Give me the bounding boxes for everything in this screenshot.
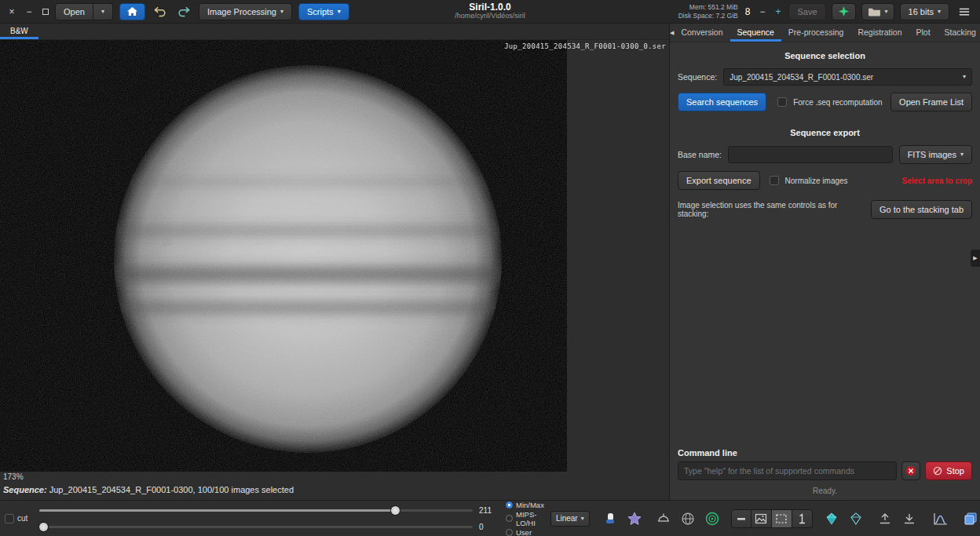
disk-space-label: Disk Space: 7.2 GiB (678, 12, 738, 20)
image-processing-label: Image Processing (207, 7, 276, 16)
scripts-button[interactable]: Scripts▾ (298, 3, 349, 20)
single-frame-button[interactable] (792, 509, 813, 528)
tab-conversion[interactable]: Conversion (674, 24, 730, 42)
image-canvas-area[interactable]: Jup_200415_204534_R_F0001-0300_0.ser (0, 40, 669, 472)
command-line-title: Command line (678, 448, 972, 458)
change-directory-button[interactable]: ▾ (861, 3, 894, 20)
pan-hand-icon[interactable] (602, 511, 618, 527)
spin-plus-button[interactable]: + (773, 6, 783, 17)
high-level-slider[interactable] (39, 505, 473, 516)
tab-stacking[interactable]: Stacking (938, 24, 980, 42)
one-icon (794, 511, 810, 527)
image-canvas[interactable] (0, 40, 567, 472)
undo-button[interactable] (152, 3, 169, 20)
window-title-block: Siril-1.0.0 /home/cyril/Vidéos/siril (455, 2, 525, 20)
radio-minmax-label: Min/Max (516, 501, 544, 509)
import-down-icon[interactable] (901, 511, 917, 527)
force-seq-label: Force .seq recomputation (793, 98, 882, 107)
menu-button[interactable] (955, 3, 974, 20)
channel-tab-bw[interactable]: B&W (0, 24, 38, 39)
panel-expander-handle[interactable]: ▶ (971, 250, 980, 267)
export-sequence-label: Export sequence (686, 176, 751, 185)
gem-icon[interactable] (824, 511, 839, 527)
sequence-combobox[interactable]: Jup_200415_204534_R_F0001-0300.ser ▾ (723, 68, 972, 86)
search-sequences-button[interactable]: Search sequences (678, 93, 766, 111)
export-format-dropdown[interactable]: FITS images▾ (899, 145, 972, 164)
home-button[interactable] (119, 3, 145, 20)
tab-registration[interactable]: Registration (850, 24, 909, 42)
sequence-combobox-value: Jup_200415_204534_R_F0001-0300.ser (730, 73, 873, 82)
bit-depth-dropdown[interactable]: 16 bits▾ (900, 3, 949, 20)
export-format-value: FITS images (908, 150, 956, 159)
chevron-down-icon: ▾ (581, 516, 584, 522)
layers-icon[interactable] (963, 511, 978, 527)
redo-button[interactable] (175, 3, 192, 20)
export-actions-row: Export sequence Normalize images Select … (678, 171, 972, 190)
spin-minus-button[interactable]: − (757, 6, 767, 17)
high-level-value: 211 (479, 505, 499, 516)
low-slider-handle[interactable] (38, 522, 49, 532)
histogram-icon[interactable] (932, 511, 949, 527)
close-window-icon[interactable]: × (6, 6, 17, 17)
celestial-grid-icon[interactable] (680, 511, 696, 527)
loaded-filename: Jup_200415_204534_R_F0001-0300_0.ser (504, 42, 666, 50)
radio-minmax[interactable]: Min/Max (506, 501, 544, 509)
open-recent-dropdown[interactable]: ▾ (93, 3, 113, 20)
image-viewer-pane: B&W (0, 24, 669, 500)
photometry-icon[interactable] (704, 511, 720, 527)
bottom-toolbar (602, 509, 978, 528)
radio-user[interactable]: User (506, 528, 544, 536)
low-level-value: 0 (479, 522, 499, 532)
export-sequence-button[interactable]: Export sequence (678, 171, 760, 190)
panel-tabs: ◀ Conversion Sequence Pre-processing Reg… (670, 24, 980, 42)
tab-pre-processing[interactable]: Pre-processing (781, 24, 851, 42)
radio-mips[interactable]: MIPS-LO/HI (506, 510, 544, 527)
negative-view-button[interactable] (731, 509, 751, 528)
radio-icon (506, 515, 513, 522)
level-sliders (39, 505, 473, 532)
command-clear-button[interactable] (901, 461, 920, 480)
image-view-button[interactable] (751, 509, 772, 528)
selection-mode-button[interactable] (772, 509, 792, 528)
command-input[interactable] (678, 461, 897, 480)
redo-icon (177, 5, 191, 17)
chevron-down-icon: ▾ (963, 74, 966, 80)
observatory-dome-icon[interactable] (656, 511, 671, 527)
stop-button[interactable]: Stop (925, 461, 972, 480)
cut-mode-radios: Min/Max MIPS-LO/HI User (506, 501, 544, 536)
high-slider-handle[interactable] (390, 505, 400, 516)
level-values: 211 0 (479, 505, 499, 532)
radio-icon (506, 529, 513, 536)
sequence-select-row: Sequence: Jup_200415_204534_R_F0001-0300… (678, 68, 972, 86)
tab-plot[interactable]: Plot (909, 24, 937, 42)
normalize-images-checkbox[interactable] (770, 176, 779, 185)
image-processing-button[interactable]: Image Processing▾ (199, 3, 292, 20)
save-button[interactable]: Save (788, 3, 825, 20)
selection-icon (773, 511, 789, 527)
siril-window: × − Open ▾ Image Processing▾ Scripts▾ Si… (0, 0, 980, 536)
go-to-stacking-button[interactable]: Go to the stacking tab (871, 200, 972, 219)
select-area-hint: Select area to crop (902, 177, 972, 185)
open-button[interactable]: Open (55, 3, 93, 20)
minimize-window-icon[interactable]: − (24, 6, 35, 17)
gem-outline-icon[interactable] (848, 511, 864, 527)
low-level-slider[interactable] (39, 522, 473, 532)
base-name-input[interactable] (728, 146, 893, 163)
clear-icon (905, 465, 916, 476)
cut-checkbox[interactable] (5, 514, 14, 523)
command-line-block: Command line Stop Ready. (678, 443, 972, 497)
sequence-actions-row: Search sequences Force .seq recomputatio… (678, 93, 972, 111)
hamburger-icon (958, 6, 971, 17)
export-up-icon[interactable] (877, 511, 893, 527)
normalize-images-label: Normalize images (785, 177, 848, 185)
display-mode-dropdown[interactable]: Linear ▾ (550, 511, 590, 527)
sequence-selection-title: Sequence selection (678, 51, 972, 60)
search-sequences-label: Search sequences (686, 97, 758, 107)
tab-sequence[interactable]: Sequence (730, 24, 781, 42)
open-frame-list-button[interactable]: Open Frame List (890, 93, 972, 111)
snapshot-button[interactable] (832, 3, 856, 20)
maximize-window-icon[interactable] (42, 9, 49, 15)
force-seq-checkbox[interactable] (777, 97, 787, 107)
main-area: B&W (0, 24, 980, 500)
star-detection-icon[interactable] (627, 511, 642, 527)
